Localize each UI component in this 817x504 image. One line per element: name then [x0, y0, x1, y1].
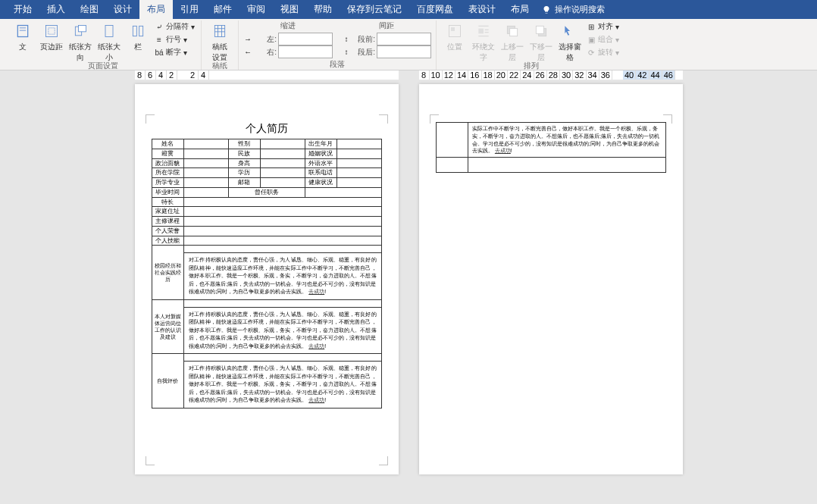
menu-设计[interactable]: 设计 [106, 0, 139, 19]
menu-开始[interactable]: 开始 [6, 0, 39, 19]
breaks-button[interactable]: ⤶分隔符▾ [153, 20, 196, 33]
crop-mark-icon [430, 114, 439, 124]
page-size-icon [100, 22, 118, 40]
resume-title: 个人简历 [152, 122, 382, 136]
svg-rect-9 [139, 26, 143, 36]
crop-mark-icon [379, 456, 388, 465]
indent-left-input[interactable] [278, 33, 333, 45]
wrap-text-button: 环绕文 字 [470, 20, 497, 63]
resume-table[interactable]: 姓名性别出生年月籍贯民族婚姻状况政治面貌身高外语水平所在学院学历联系电话所学专业… [152, 139, 382, 409]
menu-插入[interactable]: 插入 [39, 0, 73, 19]
menubar: 开始插入绘图设计布局引用邮件审阅视图帮助保存到云笔记百度网盘表设计布局 操作说明… [0, 0, 817, 19]
spacing-header: 间距 [342, 20, 431, 33]
space-after-icon: ↕ [342, 48, 351, 57]
svg-rect-3 [46, 26, 58, 37]
line-numbers-button[interactable]: ≡行号▾ [153, 33, 196, 45]
manuscript-icon [211, 22, 229, 40]
bring-forward-button: 上移一层 [499, 20, 526, 63]
horizontal-ruler-area: 864224 810121416182022242628303234364042… [0, 70, 817, 80]
indent-header: 缩进 [243, 20, 333, 33]
svg-rect-8 [133, 26, 136, 36]
menu-保存到云笔记[interactable]: 保存到云笔记 [340, 0, 409, 19]
position-icon [446, 22, 464, 40]
ruler-page1[interactable]: 864224 [135, 70, 399, 80]
lightbulb-icon [541, 5, 552, 15]
space-before-input[interactable] [377, 33, 431, 45]
size-button[interactable]: 纸张大小 [95, 20, 123, 63]
chevron-down-icon: ▾ [191, 23, 195, 31]
menu-邮件[interactable]: 邮件 [206, 0, 239, 19]
align-button[interactable]: ⊞对齐▾ [585, 20, 621, 33]
page2-link: 去成功 [495, 148, 511, 153]
hyphenation-button[interactable]: bá断字▾ [153, 46, 196, 58]
svg-rect-25 [536, 26, 543, 33]
rotate-button: ⟳旋转▾ [585, 46, 621, 58]
margins-button[interactable]: 页边距 [38, 20, 65, 52]
svg-rect-4 [49, 28, 55, 34]
space-before-icon: ↕ [342, 35, 351, 44]
tell-me-search[interactable]: 操作说明搜索 [541, 4, 605, 15]
chevron-down-icon: ▾ [615, 49, 619, 57]
columns-button[interactable]: 栏 [124, 20, 152, 52]
wrap-icon [474, 22, 493, 40]
position-button: 位置 [441, 20, 468, 52]
rotate-icon: ⟳ [587, 48, 596, 57]
menu-视图[interactable]: 视图 [273, 0, 306, 19]
chevron-down-icon: ▾ [615, 23, 619, 31]
line-numbers-icon: ≡ [155, 35, 164, 44]
menu-引用[interactable]: 引用 [173, 0, 206, 19]
columns-icon [129, 22, 147, 40]
text-direction-button[interactable]: 文 [9, 20, 36, 52]
group-label-page-setup: 页面设置 [88, 61, 118, 71]
chevron-down-icon: ▾ [615, 36, 619, 44]
document-page-1[interactable]: 个人简历 姓名性别出生年月籍贯民族婚姻状况政治面貌身高外语水平所在学院学历联系电… [135, 84, 399, 474]
breaks-icon: ⤶ [155, 22, 164, 31]
svg-rect-6 [79, 26, 86, 32]
menu-审阅[interactable]: 审阅 [239, 0, 273, 19]
group-button: ▣组合▾ [585, 33, 621, 45]
group-label-manuscript: 稿纸 [212, 61, 227, 71]
document-page-2[interactable]: 实际工作中不断学习，不断完善自己，做好本职工作。我是一个积极、乐观，务实，不断学… [419, 84, 683, 474]
svg-rect-0 [17, 26, 27, 37]
menu-布局[interactable]: 布局 [503, 0, 537, 19]
selection-pane-icon [561, 22, 579, 40]
document-viewport[interactable]: 个人简历 姓名性别出生年月籍贯民族婚姻状况政治面貌身高外语水平所在学院学历联系电… [0, 80, 817, 496]
chevron-down-icon: ▾ [183, 49, 187, 57]
svg-rect-10 [214, 26, 224, 37]
menu-布局[interactable]: 布局 [139, 0, 173, 19]
indent-left-icon: → [243, 35, 252, 44]
resume-table-continued[interactable]: 实际工作中不断学习，不断完善自己，做好本职工作。我是一个积极、乐观，务实，不断学… [436, 122, 666, 173]
orientation-button[interactable]: 纸张方向 [67, 20, 94, 63]
manuscript-settings-button[interactable]: 稿纸 设置 [206, 20, 233, 63]
space-after-input[interactable] [377, 45, 431, 58]
ribbon: 文 页边距 纸张方向 纸张大小 栏 ⤶分隔符▾ ≡行号▾ bá断字▾ [0, 19, 817, 70]
align-icon: ⊞ [587, 22, 596, 31]
crop-mark-icon [379, 114, 388, 124]
crop-mark-icon [146, 456, 155, 465]
svg-rect-7 [105, 26, 113, 37]
menu-帮助[interactable]: 帮助 [306, 0, 340, 19]
chevron-down-icon: ▾ [183, 36, 187, 44]
ruler-page2[interactable]: 8101214161820222426283032343640424446 [419, 70, 683, 80]
indent-right-icon: ← [243, 48, 252, 57]
menu-百度网盘[interactable]: 百度网盘 [409, 0, 461, 19]
backward-icon [532, 22, 550, 40]
svg-rect-17 [478, 29, 484, 34]
group-paragraph: 缩进 →左: ←右: 间距 ↕段前: ↕段后: 段落 [239, 20, 437, 70]
group-label-paragraph: 段落 [330, 59, 345, 70]
selection-pane-button[interactable]: 选择窗格 [556, 20, 584, 63]
forward-icon [503, 22, 521, 40]
group-manuscript: 稿纸 设置 稿纸 [202, 20, 239, 70]
margins-icon [42, 22, 61, 40]
group-arrange: 位置 环绕文 字 上移一层 下移一层 选择窗格 ⊞对齐▾ ▣组合▾ ⟳旋转▾ 排… [437, 20, 625, 70]
crop-mark-icon [663, 114, 672, 124]
group-label-arrange: 排列 [524, 61, 539, 71]
menu-绘图[interactable]: 绘图 [73, 0, 106, 19]
send-backward-button: 下移一层 [527, 20, 555, 63]
group-icon: ▣ [587, 35, 596, 44]
indent-right-input[interactable] [278, 45, 333, 58]
svg-rect-23 [510, 29, 518, 36]
menu-表设计[interactable]: 表设计 [461, 0, 503, 19]
search-placeholder: 操作说明搜索 [555, 4, 605, 15]
orientation-icon [71, 22, 89, 40]
